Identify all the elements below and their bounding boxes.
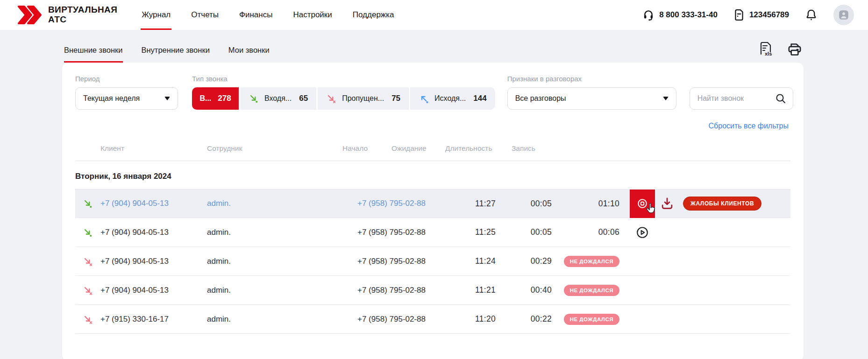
account-group[interactable]: 123456789 (733, 9, 789, 21)
outgoing-call-icon (419, 93, 429, 104)
logo-text: ВИРТУАЛЬНАЯ АТС (48, 5, 117, 24)
segment-missed-calls[interactable]: Пропущен... 75 (318, 87, 409, 110)
conversation-tags-value: Все разговоры (515, 94, 566, 103)
download-record-icon[interactable] (660, 196, 675, 211)
segment-incoming-calls[interactable]: Входя... 65 (240, 87, 316, 110)
client-phone[interactable]: +7 (904) 904-05-13 (100, 257, 207, 266)
journal-tabs: Внешние звонки Внутренние звонки Мои зво… (64, 41, 803, 63)
employee-name[interactable]: admin. (207, 315, 357, 324)
employee-name[interactable]: admin. (207, 199, 357, 208)
calls-journal-card: Период Текущая неделя Тип звонка В... 27… (62, 63, 804, 359)
user-avatar[interactable] (833, 5, 854, 25)
segment-outgoing-calls[interactable]: Исходя... 144 (410, 87, 495, 110)
date-group-header: Вторник, 16 января 2024 (75, 161, 790, 189)
chevron-down-icon (164, 97, 170, 100)
call-wait-time: 00:40 (496, 285, 552, 295)
call-start-time: 11:21 (463, 285, 496, 295)
client-phone[interactable]: +7 (904) 904-05-13 (100, 286, 207, 295)
call-wait-time: 00:05 (496, 199, 552, 209)
bill-icon (733, 9, 745, 21)
segment-all-calls[interactable]: В... 278 (192, 87, 239, 110)
col-wait: Ожидание (391, 144, 431, 153)
notifications-bell-icon[interactable] (805, 8, 818, 21)
col-client: Клиент (100, 144, 207, 153)
pointer-cursor-icon (645, 203, 656, 217)
conversation-tags-select[interactable]: Все разговоры (507, 87, 676, 110)
call-start-time: 11:24 (463, 256, 496, 266)
export-xls-icon[interactable]: xls (758, 41, 774, 58)
call-start-time: 11:20 (463, 314, 496, 324)
incoming-call-icon (249, 93, 259, 104)
col-record: Запись (512, 144, 544, 153)
callee-phone[interactable]: +7 (958) 795-02-88 (357, 199, 463, 208)
callee-phone[interactable]: +7 (958) 795-02-88 (357, 228, 463, 237)
period-label: Период (75, 75, 178, 83)
status-badge: НЕ ДОЖДАЛСЯ (564, 314, 619, 325)
col-employee: Сотрудник (207, 144, 342, 153)
period-select[interactable]: Текущая неделя (75, 87, 178, 110)
missed-call-icon (75, 256, 100, 267)
nav-item-settings[interactable]: Настройки (293, 0, 332, 30)
incoming-call-icon (75, 198, 100, 209)
top-header: ВИРТУАЛЬНАЯ АТС Журнал Отчеты Финансы На… (0, 0, 868, 30)
logo[interactable]: ВИРТУАЛЬНАЯ АТС (18, 5, 117, 25)
call-wait-time: 00:05 (496, 227, 552, 237)
table-row[interactable]: +7 (904) 904-05-13 admin. +7 (958) 795-0… (75, 189, 790, 218)
tab-internal-calls[interactable]: Внутренние звонки (142, 46, 210, 63)
callee-phone[interactable]: +7 (958) 795-02-88 (357, 315, 463, 324)
client-phone[interactable]: +7 (915) 330-16-17 (100, 315, 207, 324)
call-start-time: 11:27 (463, 199, 496, 209)
nav-item-reports[interactable]: Отчеты (191, 0, 219, 30)
table-row[interactable]: +7 (904) 904-05-13 admin. +7 (958) 795-0… (75, 276, 790, 305)
table-header-row: Клиент Сотрудник Начало Ожидание Длитель… (75, 137, 790, 161)
call-duration: 01:10 (552, 199, 619, 209)
account-number: 123456789 (749, 10, 789, 20)
col-duration: Длительность (445, 144, 498, 153)
missed-call-icon (75, 314, 100, 324)
nav-item-finance[interactable]: Финансы (239, 0, 272, 30)
callee-phone[interactable]: +7 (958) 795-02-88 (357, 286, 463, 295)
search-icon[interactable] (775, 93, 786, 104)
table-row[interactable]: +7 (904) 904-05-13 admin. +7 (958) 795-0… (75, 247, 790, 276)
nav-item-support[interactable]: Поддержка (353, 0, 394, 30)
call-duration: 00:06 (552, 227, 619, 237)
calls-table: Клиент Сотрудник Начало Ожидание Длитель… (75, 137, 790, 334)
support-phone-group[interactable]: 8 800 333-31-40 (642, 9, 718, 21)
status-badge: НЕ ДОЖДАЛСЯ (564, 285, 619, 296)
missed-call-icon (326, 93, 336, 104)
status-badge: НЕ ДОЖДАЛСЯ (564, 256, 619, 267)
employee-name[interactable]: admin. (207, 257, 357, 266)
brand-chevrons-icon (18, 5, 42, 25)
call-wait-time: 00:29 (496, 256, 552, 266)
search-input[interactable] (697, 94, 775, 103)
call-type-segmented-control: В... 278 Входя... 65 (192, 87, 495, 110)
stop-playback-button[interactable] (630, 190, 655, 218)
play-record-icon[interactable] (636, 226, 649, 239)
employee-name[interactable]: admin. (207, 286, 357, 295)
callee-phone[interactable]: +7 (958) 795-02-88 (357, 257, 463, 266)
period-value: Текущая неделя (83, 94, 140, 103)
missed-call-icon (75, 285, 100, 296)
call-wait-time: 00:22 (496, 314, 552, 324)
employee-name[interactable]: admin. (207, 228, 357, 237)
tab-external-calls[interactable]: Внешние звонки (64, 46, 123, 63)
table-row[interactable]: +7 (904) 904-05-13 admin. +7 (958) 795-0… (75, 218, 790, 247)
nav-item-journal[interactable]: Журнал (142, 0, 171, 30)
support-phone: 8 800 333-31-40 (659, 10, 718, 20)
print-icon[interactable] (787, 42, 803, 57)
main-nav: Журнал Отчеты Финансы Настройки Поддержк… (142, 0, 394, 30)
headset-icon (642, 9, 655, 21)
col-start: Начало (342, 144, 377, 153)
svg-text:xls: xls (765, 51, 772, 56)
call-tag-badge: ЖАЛОБЫ КЛИЕНТОВ (683, 197, 761, 211)
call-type-label: Тип звонка (192, 75, 495, 83)
call-search-box (690, 87, 793, 110)
incoming-call-icon (75, 227, 100, 238)
call-start-time: 11:25 (463, 227, 496, 237)
client-phone[interactable]: +7 (904) 904-05-13 (100, 228, 207, 237)
reset-all-filters-link[interactable]: Сбросить все фильтры (709, 122, 789, 130)
table-row[interactable]: +7 (915) 330-16-17 admin. +7 (958) 795-0… (75, 305, 790, 334)
tab-my-calls[interactable]: Мои звонки (228, 46, 270, 63)
client-phone[interactable]: +7 (904) 904-05-13 (100, 199, 207, 208)
conversation-tags-label: Признаки в разговорах (507, 75, 676, 83)
